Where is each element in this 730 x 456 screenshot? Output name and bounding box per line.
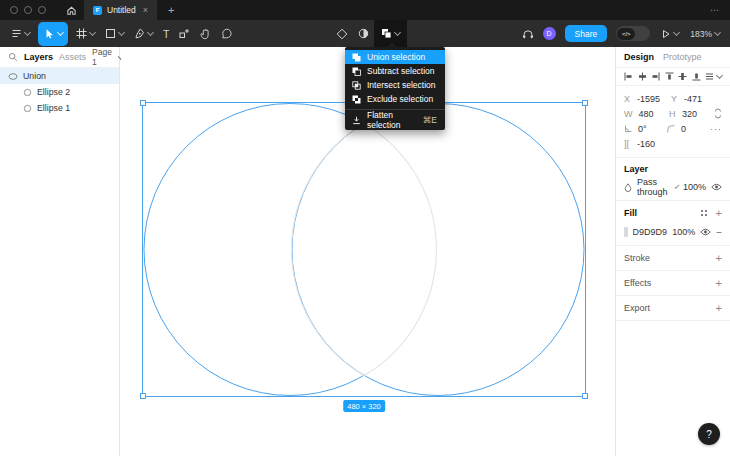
add-fill-button[interactable]: + [716, 207, 722, 219]
x-field[interactable]: X -1595 [624, 94, 671, 104]
minimize-window-button[interactable] [24, 6, 32, 14]
fill-opacity-field[interactable]: 100% [672, 227, 695, 237]
rotation-field[interactable]: 0° [624, 124, 667, 134]
file-tab-title: Untitled [107, 5, 136, 15]
fill-hex-field[interactable]: D9D9D9 [633, 227, 668, 237]
resize-handle-top-left[interactable] [140, 100, 146, 106]
spacing-field[interactable]: ][ -160 [624, 139, 671, 149]
chevron-down-icon [673, 29, 680, 36]
blend-mode-selector[interactable]: Pass through [637, 177, 668, 197]
distribute-button[interactable] [705, 72, 722, 81]
chevron-down-icon [714, 29, 721, 36]
comment-tool-button[interactable] [216, 20, 237, 47]
resources-tool-button[interactable] [174, 20, 195, 47]
menu-item-intersect[interactable]: Intersect selection [345, 78, 445, 92]
align-bottom-button[interactable] [692, 72, 701, 81]
mask-button[interactable] [353, 20, 374, 47]
layer-name: Ellipse 1 [37, 103, 70, 113]
close-window-button[interactable] [10, 6, 18, 14]
new-tab-button[interactable]: + [157, 4, 185, 16]
move-tool-button[interactable] [38, 22, 68, 46]
fill-color-swatch[interactable] [624, 227, 628, 237]
layer-opacity-field[interactable]: 100% [683, 182, 706, 192]
remove-fill-button[interactable]: − [716, 227, 722, 238]
home-button[interactable] [58, 0, 84, 20]
zoom-window-button[interactable] [38, 6, 46, 14]
help-button[interactable]: ? [698, 423, 720, 445]
dev-mode-toggle[interactable]: </> [616, 26, 650, 41]
share-button[interactable]: Share [565, 25, 608, 42]
height-field[interactable]: H 320 [669, 109, 714, 119]
effects-title: Effects [624, 278, 651, 288]
rotation-row: 0° 0 ··· [616, 121, 730, 136]
layer-row-union[interactable]: Union [0, 68, 119, 84]
add-export-button[interactable]: + [716, 302, 722, 314]
vector-diamond-icon [336, 28, 348, 40]
tab-prototype[interactable]: Prototype [663, 52, 702, 62]
align-left-button[interactable] [624, 72, 633, 81]
align-horizontal-center-button[interactable] [638, 72, 647, 81]
main-toolbar: T [0, 20, 730, 47]
resize-handle-bottom-right[interactable] [582, 393, 588, 399]
union-shape[interactable] [143, 103, 585, 396]
eye-icon[interactable] [700, 228, 711, 236]
rotation-icon [624, 125, 632, 133]
add-effect-button[interactable]: + [716, 277, 722, 289]
shape-tool-button[interactable] [100, 20, 129, 47]
hand-tool-button[interactable] [195, 20, 216, 47]
align-top-button[interactable] [665, 72, 674, 81]
search-icon[interactable] [8, 52, 18, 62]
constrain-proportions-button[interactable] [714, 108, 722, 119]
menu-item-label: Exclude selection [367, 94, 433, 104]
main-menu-button[interactable] [6, 20, 35, 47]
resize-handle-bottom-left[interactable] [140, 393, 146, 399]
frame-tool-button[interactable] [71, 20, 100, 47]
menu-item-flatten[interactable]: Flatten selection ⌘E [345, 113, 445, 127]
resize-handle-top-right[interactable] [582, 100, 588, 106]
close-tab-icon[interactable]: × [143, 5, 148, 15]
menu-item-union[interactable]: Union selection [345, 50, 445, 64]
edit-object-button[interactable] [331, 20, 353, 47]
spacing-value: -160 [637, 139, 655, 149]
menu-item-subtract[interactable]: Subtract selection [345, 64, 445, 78]
mask-icon [358, 28, 369, 39]
width-field[interactable]: W 480 [624, 109, 669, 119]
flatten-icon [352, 116, 361, 125]
frame-icon [76, 28, 87, 39]
add-stroke-button[interactable]: + [716, 252, 722, 264]
tab-design[interactable]: Design [624, 52, 654, 62]
present-button[interactable] [659, 20, 681, 47]
chevron-down-icon [674, 183, 679, 188]
audio-button[interactable] [522, 28, 534, 40]
file-tab-untitled[interactable]: F Untitled × [84, 0, 157, 20]
y-field[interactable]: Y -471 [671, 94, 718, 104]
layer-row-ellipse-1[interactable]: Ellipse 1 [0, 100, 119, 116]
pen-tool-button[interactable] [129, 20, 158, 47]
hand-icon [200, 28, 211, 40]
tab-layers[interactable]: Layers [24, 52, 53, 62]
tab-assets[interactable]: Assets [59, 52, 86, 62]
menu-item-exclude[interactable]: Exclude selection [345, 92, 445, 106]
eye-icon[interactable] [711, 183, 722, 191]
inspector-panel: Design Prototype X -1595 Y -471 W 480 [615, 47, 730, 456]
boolean-operations-menu: Union selection Subtract selection Inter… [345, 47, 445, 130]
comment-icon [221, 28, 232, 39]
y-label: Y [671, 94, 678, 104]
width-value: 480 [639, 109, 654, 119]
corner-radius-field[interactable]: 0 [667, 124, 710, 134]
align-right-button[interactable] [651, 72, 660, 81]
corner-radius-value: 0 [681, 124, 686, 134]
align-vertical-center-button[interactable] [678, 72, 687, 81]
page-selector[interactable]: Page 1 [92, 47, 123, 67]
spacing-icon: ][ [624, 139, 631, 149]
layer-row-ellipse-2[interactable]: Ellipse 2 [0, 84, 119, 100]
menu-item-label: Intersect selection [367, 80, 436, 90]
selection-bounding-box[interactable] [142, 102, 586, 397]
user-avatar[interactable]: D [543, 27, 556, 40]
independent-corners-button[interactable]: ··· [710, 124, 722, 134]
text-tool-button[interactable]: T [158, 20, 174, 47]
chevron-down-icon [716, 72, 723, 79]
zoom-level-control[interactable]: 183% [690, 29, 720, 39]
window-more-button[interactable]: ⋯ [710, 5, 730, 15]
styles-icon[interactable] [700, 209, 708, 217]
